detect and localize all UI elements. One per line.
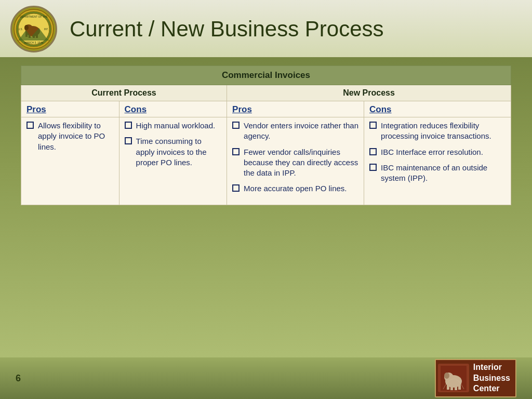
current-pros-list: Allows flexibility to apply invoice to P… — [26, 121, 114, 152]
list-item: Vendor enters invoice rather than agency… — [232, 121, 358, 142]
new-cons-label: Cons — [364, 101, 511, 117]
list-item: IBC maintenance of an outside system (IP… — [369, 163, 506, 184]
main-content: Commercial Invoices Current Process New … — [0, 57, 532, 210]
new-pros-list: Vendor enters invoice rather than agency… — [232, 121, 358, 194]
ibc-logo: Interior Business Center — [435, 359, 516, 397]
current-cons-item-2: Time consuming to apply invoices to the … — [136, 136, 221, 168]
checkbox-icon — [125, 137, 132, 144]
commercial-invoices-label: Commercial Invoices — [21, 66, 511, 85]
checkbox-icon — [125, 122, 132, 129]
new-cons-item-1: Integration reduces flexibility processi… — [381, 121, 506, 142]
list-item: Fewer vendor calls/inquiries because the… — [232, 147, 358, 179]
current-cons-list: High manual workload. Time consuming to … — [125, 121, 221, 168]
current-cons-content: High manual workload. Time consuming to … — [119, 117, 227, 205]
svg-rect-20 — [450, 385, 453, 390]
new-pros-item-1: Vendor enters invoice rather than agency… — [244, 121, 358, 142]
new-pros-item-3: More accurate open PO lines. — [244, 183, 347, 194]
current-process-label: Current Process — [21, 85, 227, 101]
current-cons-item-1: High manual workload. — [136, 121, 216, 131]
svg-text:DEPARTMENT OF THE: DEPARTMENT OF THE — [20, 15, 48, 18]
checkbox-icon — [369, 148, 377, 155]
current-cons-label: Cons — [119, 101, 227, 117]
ibc-line2: Business — [473, 373, 510, 384]
svg-rect-22 — [458, 384, 461, 390]
page-number: 6 — [16, 373, 21, 384]
list-item: High manual workload. — [125, 121, 221, 131]
svg-text:MARCH 3, 1849: MARCH 3, 1849 — [24, 41, 44, 44]
list-item: More accurate open PO lines. — [232, 183, 358, 194]
department-seal: DEPARTMENT OF THE MARCH 3, 1849 U.S. INT… — [10, 6, 57, 52]
new-pros-label: Pros — [227, 101, 364, 117]
checkbox-icon — [369, 122, 377, 129]
list-item: Integration reduces flexibility processi… — [369, 121, 506, 142]
header: DEPARTMENT OF THE MARCH 3, 1849 U.S. INT… — [0, 0, 532, 57]
process-labels-row: Current Process New Process — [21, 85, 511, 101]
footer: 6 Interior Business Center — [0, 357, 532, 399]
list-item: Allows flexibility to apply invoice to P… — [26, 121, 114, 152]
new-process-label: New Process — [227, 85, 511, 101]
table-main-header: Commercial Invoices — [21, 66, 511, 85]
svg-text:INT.: INT. — [44, 28, 48, 31]
ibc-text: Interior Business Center — [473, 362, 510, 394]
new-cons-content: Integration reduces flexibility processi… — [364, 117, 511, 205]
list-item: Time consuming to apply invoices to the … — [125, 136, 221, 168]
checkbox-icon — [369, 164, 377, 171]
new-cons-item-3: IBC maintenance of an outside system (IP… — [381, 163, 506, 184]
ibc-bison-icon — [438, 364, 469, 392]
current-pros-label: Pros — [21, 101, 119, 117]
pros-cons-labels-row: Pros Cons Pros Cons — [21, 101, 511, 117]
ibc-line1: Interior — [473, 362, 510, 373]
new-pros-item-2: Fewer vendor calls/inquiries because the… — [244, 147, 358, 179]
checkbox-icon — [232, 148, 240, 155]
ibc-line3: Center — [473, 383, 510, 394]
content-row: Allows flexibility to apply invoice to P… — [21, 117, 511, 205]
svg-point-18 — [444, 373, 449, 379]
list-item: IBC Interface error resolution. — [369, 147, 506, 157]
checkbox-icon — [232, 122, 240, 129]
svg-point-9 — [24, 25, 29, 30]
new-cons-item-2: IBC Interface error resolution. — [381, 147, 483, 157]
page-title: Current / New Business Process — [70, 17, 384, 42]
current-pros-content: Allows flexibility to apply invoice to P… — [21, 117, 119, 205]
new-cons-list: Integration reduces flexibility processi… — [369, 121, 506, 183]
checkbox-icon — [232, 184, 240, 192]
svg-text:U.S.: U.S. — [18, 28, 23, 31]
svg-rect-19 — [447, 384, 449, 390]
checkbox-icon — [26, 122, 34, 129]
current-pros-item-1: Allows flexibility to apply invoice to P… — [38, 121, 114, 152]
svg-rect-21 — [455, 385, 457, 390]
comparison-table: Commercial Invoices Current Process New … — [21, 65, 511, 205]
new-pros-content: Vendor enters invoice rather than agency… — [227, 117, 364, 205]
